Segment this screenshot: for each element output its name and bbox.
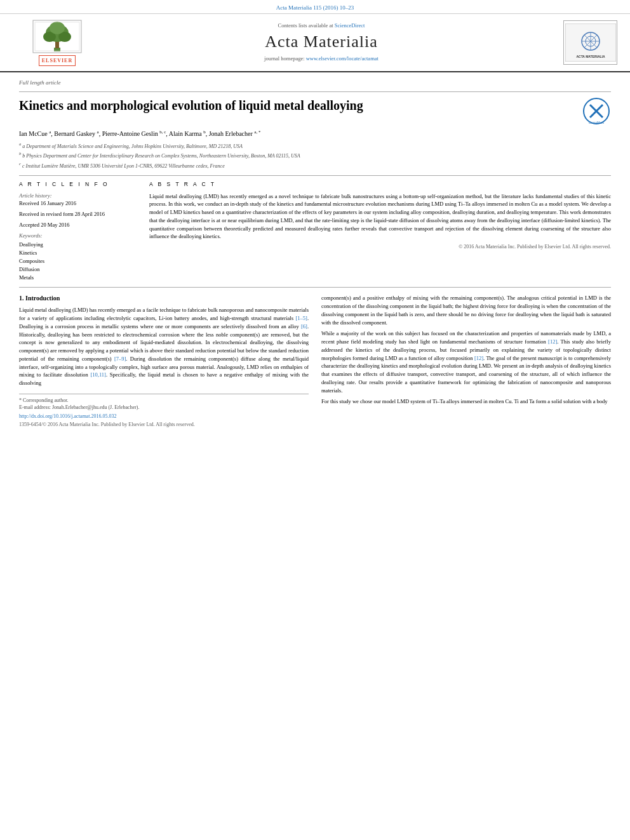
received-date: Received 16 January 2016	[19, 200, 137, 208]
journal-top-bar: Acta Materialia 115 (2016) 10–23	[0, 0, 630, 14]
elsevier-label: ELSEVIER	[39, 55, 76, 66]
info-abstract-section: A R T I C L E I N F O Article history: R…	[19, 181, 611, 283]
email-link[interactable]: Jonah.Erlebacher@jhu.edu	[52, 404, 107, 410]
article-title-row: Kinetics and morphological evolution of …	[19, 97, 611, 126]
ref-7-9[interactable]: [7–9]	[114, 356, 126, 362]
ref-12b[interactable]: [12]	[474, 355, 483, 361]
page: Acta Materialia 115 (2016) 10–23 ELSEVIE…	[0, 0, 630, 840]
keyword-5: Metals	[19, 274, 137, 282]
article-info-col: A R T I C L E I N F O Article history: R…	[19, 181, 137, 283]
elsevier-logo-container: ELSEVIER	[13, 19, 102, 66]
article-type: Full length article	[19, 79, 611, 87]
article-info-heading: A R T I C L E I N F O	[19, 181, 137, 189]
body-section: 1. Introduction Liquid metal dealloying …	[19, 294, 611, 427]
svg-text:ACTA MATERIALIA: ACTA MATERIALIA	[576, 55, 605, 58]
doi-link[interactable]: http://dx.doi.org/10.1016/j.actamat.2016…	[19, 413, 116, 419]
issn-line: 1359-6454/© 2016 Acta Materialia Inc. Pu…	[19, 421, 309, 428]
revised-date: Received in revised form 28 April 2016	[19, 211, 137, 218]
affiliations: a a Department of Materials Science and …	[19, 141, 611, 170]
journal-title: Acta Materialia	[102, 30, 541, 53]
doi-line: http://dx.doi.org/10.1016/j.actamat.2016…	[19, 413, 309, 420]
history-label: Article history:	[19, 192, 137, 200]
svg-point-5	[50, 22, 65, 34]
ref-12a[interactable]: [12]	[548, 338, 557, 345]
article-content: Full length article Kinetics and morphol…	[0, 72, 630, 434]
corresponding-author-note: * Corresponding author.	[19, 397, 309, 404]
intro-heading: 1. Introduction	[19, 294, 309, 303]
contents-line: Contents lists available at ScienceDirec…	[102, 22, 541, 30]
affiliation-c: c c Institut Lumière Matière, UMR 5306 U…	[19, 161, 611, 170]
body-col-right: component(s) and a positive enthalpy of …	[321, 294, 611, 427]
journal-header-center: Contents lists available at ScienceDirec…	[102, 22, 541, 63]
affiliation-a: a a Department of Materials Science and …	[19, 141, 611, 150]
elsevier-tree-icon	[32, 19, 83, 54]
homepage-line: journal homepage: www.elsevier.com/locat…	[102, 55, 541, 63]
crossmark-logo: CrossMark	[582, 97, 611, 126]
keyword-1: Dealloying	[19, 241, 137, 249]
ref-10-11[interactable]: [10,11]	[90, 371, 105, 378]
keyword-3: Composites	[19, 258, 137, 265]
ref-6[interactable]: [6]	[301, 323, 307, 330]
journal-logo-right: ACTA MATERIALIA	[541, 20, 617, 65]
article-main-title: Kinetics and morphological evolution of …	[19, 97, 576, 114]
footnote-area: * Corresponding author. E-mail address: …	[19, 394, 309, 428]
ref-1-5[interactable]: [1–5]	[295, 315, 307, 321]
journal-header: ELSEVIER Contents lists available at Sci…	[0, 14, 630, 72]
body-col-left: 1. Introduction Liquid metal dealloying …	[19, 294, 309, 427]
affiliation-b: b b Physics Department and Center for In…	[19, 150, 611, 160]
abstract-col: A B S T R A C T Liquid metal dealloying …	[149, 181, 611, 283]
accepted-date: Accepted 20 May 2016	[19, 222, 137, 229]
homepage-link[interactable]: www.elsevier.com/locate/actamat	[306, 55, 379, 62]
copyright-line: © 2016 Acta Materialia Inc. Published by…	[149, 243, 611, 250]
intro-paragraph-2: component(s) and a positive enthalpy of …	[321, 294, 611, 326]
acta-logo-box: ACTA MATERIALIA	[563, 20, 617, 65]
keyword-4: Diffusion	[19, 266, 137, 274]
intro-paragraph-1: Liquid metal dealloying (LMD) has recent…	[19, 306, 309, 387]
keyword-2: Kinetics	[19, 250, 137, 257]
sciencedirect-link[interactable]: ScienceDirect	[335, 22, 365, 29]
email-address-note: E-mail address: Jonah.Erlebacher@jhu.edu…	[19, 404, 309, 411]
svg-text:CrossMark: CrossMark	[589, 121, 605, 124]
authors-line: Ian McCue a, Bernard Gaskey a, Pierre-An…	[19, 130, 611, 138]
intro-paragraph-3: While a majority of the work on this sub…	[321, 330, 611, 394]
keywords-label: Keywords:	[19, 232, 137, 240]
abstract-heading: A B S T R A C T	[149, 181, 611, 189]
journal-citation: Acta Materialia 115 (2016) 10–23	[276, 4, 354, 11]
intro-paragraph-4: For this study we chose our model LMD sy…	[321, 397, 611, 406]
abstract-text: Liquid metal dealloying (LMD) has recent…	[149, 192, 611, 241]
acta-materialia-logo-icon: ACTA MATERIALIA	[565, 23, 616, 62]
